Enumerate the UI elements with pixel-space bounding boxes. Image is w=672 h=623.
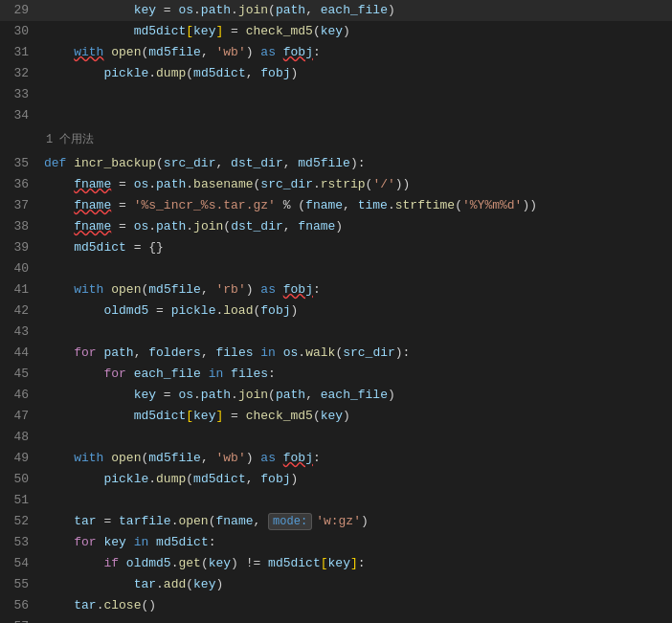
token: for — [74, 535, 96, 549]
line-number: 46 — [0, 385, 40, 406]
token — [126, 535, 134, 549]
line-content: fname = os.path.basename(src_dir.rstrip(… — [40, 174, 672, 195]
token: . — [231, 388, 238, 402]
line-content: key = os.path.join(path, each_file) — [40, 0, 672, 21]
token: % ( — [276, 198, 305, 212]
token: os — [178, 388, 193, 402]
line-number: 57 — [0, 616, 40, 623]
token: 'wb' — [216, 45, 246, 59]
token: in — [134, 535, 149, 549]
token: , — [201, 45, 216, 59]
token: '/' — [372, 177, 394, 191]
token: {} — [148, 240, 164, 255]
line-content: oldmd5 = pickle.load(fobj) — [40, 300, 672, 322]
table-row: 31 with open(md5file, 'wb') as fobj: — [0, 42, 672, 63]
token: md5dict — [156, 535, 209, 549]
token: . — [148, 177, 156, 191]
token: ) — [215, 577, 223, 591]
line-number: 48 — [0, 427, 40, 448]
token: md5dict — [134, 24, 187, 38]
table-row: 39 md5dict = {} — [0, 237, 672, 258]
line-content: for key in md5dict: — [40, 532, 672, 553]
token: each_file — [134, 367, 201, 381]
token — [44, 198, 74, 212]
line-content: with open(md5file, 'rb') as fobj: — [40, 279, 672, 300]
token — [276, 282, 283, 297]
token: md5file — [298, 156, 350, 170]
table-row: 51 — [0, 490, 672, 511]
token: fname — [74, 198, 111, 212]
token: key — [193, 577, 215, 591]
table-row: 38 fname = os.path.join(dst_dir, fname) — [0, 216, 672, 237]
token: os — [178, 3, 193, 17]
token — [44, 514, 74, 528]
token: = — [126, 240, 148, 255]
line-number: 45 — [0, 364, 40, 385]
token: os — [283, 345, 299, 360]
token: in — [260, 345, 276, 360]
token: [ — [186, 409, 193, 423]
token: ) — [361, 514, 369, 528]
line-number: 33 — [0, 84, 40, 105]
token: src_dir — [343, 345, 395, 360]
token: . — [193, 3, 201, 17]
token — [44, 282, 74, 297]
line-number: 30 — [0, 21, 40, 42]
table-row: 34 — [0, 105, 672, 126]
token: . — [231, 3, 238, 17]
token: md5dict — [134, 409, 187, 423]
token: = — [156, 3, 178, 17]
line-number: 52 — [0, 511, 40, 532]
token: . — [388, 198, 395, 212]
token: incr_backup — [74, 156, 156, 170]
token: for — [103, 367, 125, 381]
table-row: 33 — [0, 84, 672, 105]
token: files — [231, 367, 268, 381]
line-number: 35 — [0, 153, 40, 174]
token — [44, 388, 134, 402]
token: tar — [134, 577, 156, 591]
token: ( — [268, 388, 276, 402]
token: get — [178, 556, 200, 570]
token: = — [111, 177, 133, 191]
token — [44, 177, 74, 191]
token: , — [201, 451, 216, 465]
token: path — [276, 3, 305, 17]
token — [44, 598, 74, 612]
token — [44, 303, 103, 318]
token — [126, 367, 134, 381]
token: key — [103, 535, 125, 549]
token: [ — [186, 24, 193, 38]
token — [44, 367, 103, 381]
line-content: def incr_backup(src_dir, dst_dir, md5fil… — [40, 153, 672, 174]
table-row: 57 — [0, 616, 672, 623]
token: ) — [343, 24, 350, 38]
token: . — [148, 66, 156, 80]
token: = — [111, 198, 133, 212]
token: , — [283, 219, 299, 234]
token — [201, 367, 209, 381]
token: md5file — [148, 451, 201, 465]
token: , — [215, 156, 231, 170]
token — [276, 345, 283, 360]
token: walk — [305, 345, 335, 360]
token: 'rb' — [216, 282, 246, 297]
line-number: 51 — [0, 490, 40, 511]
token: with — [74, 282, 103, 297]
token: ) — [291, 472, 299, 486]
line-number: 53 — [0, 532, 40, 553]
token: ( — [156, 156, 164, 170]
token — [44, 219, 74, 234]
token: path — [156, 177, 186, 191]
token: md5file — [148, 45, 201, 59]
line-content: pickle.dump(md5dict, fobj) — [40, 469, 672, 490]
table-row: 42 oldmd5 = pickle.load(fobj) — [0, 300, 672, 322]
token: open — [111, 45, 141, 59]
token: open — [111, 451, 141, 465]
token: open — [111, 282, 141, 297]
token: ( — [186, 472, 193, 486]
table-row: 32 pickle.dump(md5dict, fobj) — [0, 63, 672, 84]
line-number: 42 — [0, 300, 40, 322]
token: ] — [350, 556, 358, 570]
token: : — [313, 451, 321, 465]
